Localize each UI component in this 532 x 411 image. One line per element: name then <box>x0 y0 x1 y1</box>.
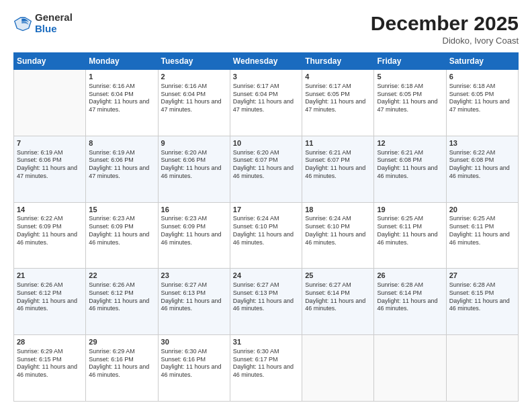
col-header-tuesday: Tuesday <box>158 53 230 70</box>
day-number: 1 <box>89 72 154 82</box>
day-info: Sunrise: 6:20 AMSunset: 6:07 PMDaylight:… <box>233 149 299 181</box>
col-header-thursday: Thursday <box>302 53 374 70</box>
calendar-cell: 10Sunrise: 6:20 AMSunset: 6:07 PMDayligh… <box>230 136 302 202</box>
day-number: 18 <box>305 205 371 215</box>
day-number: 7 <box>17 138 83 148</box>
calendar-cell <box>446 335 518 402</box>
day-number: 11 <box>305 138 371 148</box>
logo-icon <box>13 14 32 33</box>
day-info: Sunrise: 6:23 AMSunset: 6:09 PMDaylight:… <box>89 215 154 246</box>
day-info: Sunrise: 6:18 AMSunset: 6:05 PMDaylight:… <box>377 83 443 114</box>
calendar-cell: 25Sunrise: 6:27 AMSunset: 6:14 PMDayligh… <box>302 269 374 335</box>
location: Didoko, Ivory Coast <box>371 36 519 46</box>
day-info: Sunrise: 6:25 AMSunset: 6:11 PMDaylight:… <box>449 215 515 246</box>
calendar-cell: 28Sunrise: 6:29 AMSunset: 6:15 PMDayligh… <box>14 335 86 402</box>
day-info: Sunrise: 6:23 AMSunset: 6:09 PMDaylight:… <box>161 215 227 246</box>
day-number: 21 <box>17 271 83 281</box>
day-number: 24 <box>233 271 299 281</box>
calendar-cell: 5Sunrise: 6:18 AMSunset: 6:05 PMDaylight… <box>374 70 446 136</box>
day-number: 31 <box>233 337 299 347</box>
day-number: 4 <box>305 72 371 82</box>
calendar-cell: 1Sunrise: 6:16 AMSunset: 6:04 PMDaylight… <box>86 70 158 136</box>
day-info: Sunrise: 6:30 AMSunset: 6:16 PMDaylight:… <box>161 348 227 379</box>
day-info: Sunrise: 6:24 AMSunset: 6:10 PMDaylight:… <box>233 215 299 246</box>
day-number: 9 <box>161 138 227 148</box>
day-number: 6 <box>449 72 515 82</box>
calendar-cell: 11Sunrise: 6:21 AMSunset: 6:07 PMDayligh… <box>302 136 374 202</box>
calendar-cell: 31Sunrise: 6:30 AMSunset: 6:17 PMDayligh… <box>230 335 302 402</box>
col-header-saturday: Saturday <box>446 53 518 70</box>
day-info: Sunrise: 6:19 AMSunset: 6:06 PMDaylight:… <box>17 149 83 181</box>
day-number: 16 <box>161 205 227 215</box>
calendar-cell: 24Sunrise: 6:27 AMSunset: 6:13 PMDayligh… <box>230 269 302 335</box>
day-number: 26 <box>377 271 443 281</box>
day-info: Sunrise: 6:26 AMSunset: 6:12 PMDaylight:… <box>17 281 83 313</box>
day-info: Sunrise: 6:27 AMSunset: 6:13 PMDaylight:… <box>233 281 299 313</box>
calendar-cell: 8Sunrise: 6:19 AMSunset: 6:06 PMDaylight… <box>86 136 158 202</box>
day-info: Sunrise: 6:27 AMSunset: 6:14 PMDaylight:… <box>305 281 371 313</box>
calendar-cell: 18Sunrise: 6:24 AMSunset: 6:10 PMDayligh… <box>302 202 374 269</box>
day-info: Sunrise: 6:22 AMSunset: 6:08 PMDaylight:… <box>449 149 515 181</box>
col-header-sunday: Sunday <box>14 53 86 70</box>
day-info: Sunrise: 6:24 AMSunset: 6:10 PMDaylight:… <box>305 215 371 246</box>
calendar-cell: 15Sunrise: 6:23 AMSunset: 6:09 PMDayligh… <box>86 202 158 269</box>
col-header-monday: Monday <box>86 53 158 70</box>
calendar-cell: 14Sunrise: 6:22 AMSunset: 6:09 PMDayligh… <box>14 202 86 269</box>
calendar-header-row: SundayMondayTuesdayWednesdayThursdayFrid… <box>14 53 519 70</box>
day-number: 30 <box>161 337 227 347</box>
day-info: Sunrise: 6:28 AMSunset: 6:14 PMDaylight:… <box>377 281 443 313</box>
day-number: 29 <box>89 337 154 347</box>
day-number: 13 <box>449 138 515 148</box>
day-info: Sunrise: 6:29 AMSunset: 6:16 PMDaylight:… <box>89 348 154 379</box>
title-block: December 2025 Didoko, Ivory Coast <box>371 12 519 46</box>
day-number: 19 <box>377 205 443 215</box>
day-info: Sunrise: 6:20 AMSunset: 6:06 PMDaylight:… <box>161 149 227 181</box>
calendar-table: SundayMondayTuesdayWednesdayThursdayFrid… <box>13 52 519 402</box>
calendar-cell: 20Sunrise: 6:25 AMSunset: 6:11 PMDayligh… <box>446 202 518 269</box>
calendar-week-2: 7Sunrise: 6:19 AMSunset: 6:06 PMDaylight… <box>14 136 519 202</box>
day-info: Sunrise: 6:19 AMSunset: 6:06 PMDaylight:… <box>89 149 154 181</box>
day-info: Sunrise: 6:16 AMSunset: 6:04 PMDaylight:… <box>89 83 154 114</box>
day-info: Sunrise: 6:17 AMSunset: 6:05 PMDaylight:… <box>305 83 371 114</box>
day-number: 8 <box>89 138 154 148</box>
day-info: Sunrise: 6:16 AMSunset: 6:04 PMDaylight:… <box>161 83 227 114</box>
col-header-wednesday: Wednesday <box>230 53 302 70</box>
col-header-friday: Friday <box>374 53 446 70</box>
calendar-cell: 30Sunrise: 6:30 AMSunset: 6:16 PMDayligh… <box>158 335 230 402</box>
calendar-week-1: 1Sunrise: 6:16 AMSunset: 6:04 PMDaylight… <box>14 70 519 136</box>
calendar-cell: 16Sunrise: 6:23 AMSunset: 6:09 PMDayligh… <box>158 202 230 269</box>
day-number: 15 <box>89 205 154 215</box>
calendar-cell: 26Sunrise: 6:28 AMSunset: 6:14 PMDayligh… <box>374 269 446 335</box>
calendar-cell: 7Sunrise: 6:19 AMSunset: 6:06 PMDaylight… <box>14 136 86 202</box>
calendar-cell: 2Sunrise: 6:16 AMSunset: 6:04 PMDaylight… <box>158 70 230 136</box>
page: General Blue December 2025 Didoko, Ivory… <box>0 0 532 411</box>
day-number: 23 <box>161 271 227 281</box>
day-number: 3 <box>233 72 299 82</box>
calendar-week-3: 14Sunrise: 6:22 AMSunset: 6:09 PMDayligh… <box>14 202 519 269</box>
calendar-cell: 27Sunrise: 6:28 AMSunset: 6:15 PMDayligh… <box>446 269 518 335</box>
day-info: Sunrise: 6:26 AMSunset: 6:12 PMDaylight:… <box>89 281 154 313</box>
calendar-cell <box>374 335 446 402</box>
day-number: 10 <box>233 138 299 148</box>
day-number: 28 <box>17 337 83 347</box>
calendar-cell: 23Sunrise: 6:27 AMSunset: 6:13 PMDayligh… <box>158 269 230 335</box>
day-number: 2 <box>161 72 227 82</box>
calendar-cell <box>14 70 86 136</box>
day-number: 12 <box>377 138 443 148</box>
month-title: December 2025 <box>371 12 519 34</box>
logo-text: General Blue <box>35 12 73 34</box>
day-info: Sunrise: 6:17 AMSunset: 6:04 PMDaylight:… <box>233 83 299 114</box>
day-number: 25 <box>305 271 371 281</box>
calendar-week-4: 21Sunrise: 6:26 AMSunset: 6:12 PMDayligh… <box>14 269 519 335</box>
day-number: 14 <box>17 205 83 215</box>
day-number: 5 <box>377 72 443 82</box>
day-number: 27 <box>449 271 515 281</box>
calendar-cell: 13Sunrise: 6:22 AMSunset: 6:08 PMDayligh… <box>446 136 518 202</box>
calendar-cell: 4Sunrise: 6:17 AMSunset: 6:05 PMDaylight… <box>302 70 374 136</box>
calendar-cell: 3Sunrise: 6:17 AMSunset: 6:04 PMDaylight… <box>230 70 302 136</box>
day-info: Sunrise: 6:29 AMSunset: 6:15 PMDaylight:… <box>17 348 83 379</box>
day-info: Sunrise: 6:22 AMSunset: 6:09 PMDaylight:… <box>17 215 83 246</box>
day-info: Sunrise: 6:25 AMSunset: 6:11 PMDaylight:… <box>377 215 443 246</box>
calendar-cell <box>302 335 374 402</box>
day-number: 17 <box>233 205 299 215</box>
